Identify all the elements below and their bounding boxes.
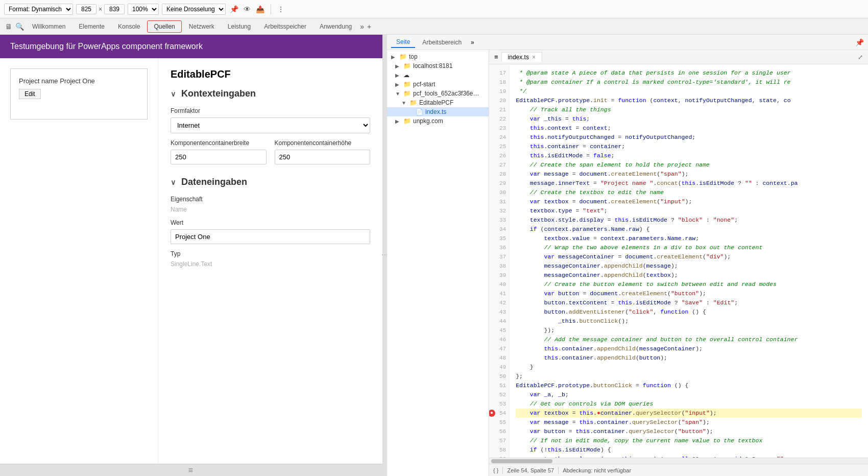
horizontal-scrollbar[interactable]	[489, 458, 868, 464]
linenum-57[interactable]: 57	[489, 436, 509, 445]
container-width-input[interactable]	[171, 150, 267, 164]
linenum-51[interactable]: 51	[489, 381, 509, 390]
linenum-58[interactable]: 58	[489, 445, 509, 455]
linenum-52[interactable]: 52	[489, 390, 509, 399]
linenum-55[interactable]: 55	[489, 418, 509, 427]
linenum-56[interactable]: 56	[489, 427, 509, 436]
linenum-27[interactable]: 27	[489, 160, 509, 170]
tree-item-pcf-tools[interactable]: ▼ 📁 pcf_tools_652ac3f36e1e4bca82...	[387, 89, 489, 98]
vertical-divider[interactable]: ⋮	[383, 35, 387, 476]
kontext-toggle[interactable]: ∨	[171, 90, 176, 98]
code-area[interactable]: 17 18 19 20 21 22 23 24 25 26 27 28	[489, 64, 868, 458]
tab-netzwerk[interactable]: Netzwerk	[183, 21, 221, 32]
code-line-49: }	[516, 363, 862, 372]
zoom-select[interactable]: 100%	[128, 4, 159, 15]
linenum-37[interactable]: 37	[489, 252, 509, 261]
linenum-50[interactable]: 50	[489, 372, 509, 381]
tree-item-index-ts[interactable]: 📄 index.ts	[387, 107, 489, 116]
code-toggle-sidebar-icon[interactable]: ≡	[491, 52, 501, 62]
linenum-53[interactable]: 53	[489, 399, 509, 409]
tab-arbeitsspeicher[interactable]: Arbeitsspeicher	[258, 21, 312, 32]
screen-icon[interactable]: 🖥	[4, 21, 13, 32]
tab-elemente[interactable]: Elemente	[73, 21, 111, 32]
tree-item-unpkg[interactable]: ▶ 📁 unpkg.com	[387, 116, 489, 126]
more-icon[interactable]: ⋮	[276, 4, 285, 14]
daten-section: ∨ Dateneingaben Eigenschaft Name Wert Ty…	[171, 177, 370, 268]
linenum-17[interactable]: 17	[489, 68, 509, 78]
linenum-39[interactable]: 39	[489, 271, 509, 280]
linenum-41[interactable]: 41	[489, 289, 509, 298]
linenum-22[interactable]: 22	[489, 114, 509, 124]
formfaktor-select[interactable]: Internet	[171, 117, 370, 133]
linenum-29[interactable]: 29	[489, 179, 509, 188]
linenum-48[interactable]: 48	[489, 353, 509, 363]
linenum-46[interactable]: 46	[489, 335, 509, 344]
tree-icon-localhost: 📁	[403, 62, 411, 69]
export-icon[interactable]: 📤	[255, 4, 266, 14]
linenum-43[interactable]: 43	[489, 307, 509, 317]
y-coord-input[interactable]	[104, 4, 125, 14]
tree-item-localhost[interactable]: ▶ 📁 localhost:8181	[387, 61, 489, 70]
linenum-38[interactable]: 38	[489, 261, 509, 271]
wert-input[interactable]	[171, 229, 370, 244]
pin-icon[interactable]: 📌	[229, 4, 239, 14]
tree-icon-pcf-start: 📁	[403, 81, 411, 88]
tab-leistung[interactable]: Leistung	[222, 21, 257, 32]
tree-item-pcf-start[interactable]: ▶ 📁 pcf-start	[387, 80, 489, 89]
linenum-42[interactable]: 42	[489, 298, 509, 307]
linenum-26[interactable]: 26	[489, 151, 509, 160]
tree-item-editable-pcf[interactable]: ▼ 📁 EditablePCF	[387, 98, 489, 107]
more-tabs-icon[interactable]: »	[359, 21, 365, 32]
eye-icon[interactable]: 👁	[243, 4, 252, 14]
linenum-19[interactable]: 19	[489, 87, 509, 96]
linenum-33[interactable]: 33	[489, 216, 509, 225]
component-preview: Project name Project One Edit	[0, 58, 158, 464]
dt-more-icon[interactable]: »	[471, 39, 474, 46]
linenum-30[interactable]: 30	[489, 188, 509, 197]
throttle-select[interactable]: Keine Drosselung	[162, 4, 226, 15]
add-tab-icon[interactable]: +	[366, 21, 372, 32]
statusbar-sep1	[502, 467, 503, 474]
format-select[interactable]: Format: Dynamisch	[4, 4, 73, 15]
linenum-40[interactable]: 40	[489, 280, 509, 289]
code-tab-close-icon[interactable]: ×	[532, 54, 536, 61]
dt-body: ▶ 📁 top ▶ 📁 localhost:8181 ▶ ☁	[387, 50, 868, 476]
linenum-45[interactable]: 45	[489, 326, 509, 335]
linenum-54[interactable]: ● 54	[489, 409, 509, 418]
container-dims-row: Komponentencontainerbreite Komponentenco…	[171, 139, 370, 164]
code-tab-index-ts[interactable]: index.ts ×	[501, 52, 542, 62]
tab-willkommen[interactable]: Willkommen	[26, 21, 71, 32]
linenum-24[interactable]: 24	[489, 133, 509, 142]
linenum-47[interactable]: 47	[489, 344, 509, 353]
linenum-44[interactable]: 44	[489, 317, 509, 326]
edit-button[interactable]: Edit	[19, 89, 41, 99]
linenum-35[interactable]: 35	[489, 234, 509, 243]
container-height-input[interactable]	[275, 150, 371, 164]
linenum-49[interactable]: 49	[489, 363, 509, 372]
linenum-31[interactable]: 31	[489, 197, 509, 206]
tab-seite[interactable]: Seite	[391, 37, 415, 48]
tab-konsole[interactable]: Konsole	[112, 21, 146, 32]
expand-icon[interactable]: ⤢	[855, 53, 866, 62]
divider-handle[interactable]: ≡	[0, 464, 382, 476]
tab-arbeitsbereich[interactable]: Arbeitsbereich	[417, 37, 467, 47]
dt-pin-icon[interactable]: 📌	[855, 38, 864, 46]
linenum-18[interactable]: 18	[489, 78, 509, 87]
linenum-20[interactable]: 20	[489, 96, 509, 105]
code-statusbar: { } Zeile 54, Spalte 57 Abdeckung: nicht…	[489, 464, 868, 476]
inspector-icon[interactable]: 🔍	[14, 21, 25, 32]
tab-quellen[interactable]: Quellen	[147, 20, 181, 33]
daten-toggle[interactable]: ∨	[171, 178, 176, 186]
linenum-28[interactable]: 28	[489, 170, 509, 179]
linenum-23[interactable]: 23	[489, 124, 509, 133]
scroll-thumb[interactable]	[491, 459, 552, 463]
tree-item-cloud[interactable]: ▶ ☁	[387, 70, 489, 80]
linenum-34[interactable]: 34	[489, 225, 509, 234]
tab-anwendung[interactable]: Anwendung	[314, 21, 358, 32]
linenum-21[interactable]: 21	[489, 105, 509, 114]
linenum-36[interactable]: 36	[489, 243, 509, 252]
tree-item-top[interactable]: ▶ 📁 top	[387, 52, 489, 61]
linenum-25[interactable]: 25	[489, 142, 509, 151]
linenum-32[interactable]: 32	[489, 206, 509, 216]
x-coord-input[interactable]	[76, 4, 97, 14]
